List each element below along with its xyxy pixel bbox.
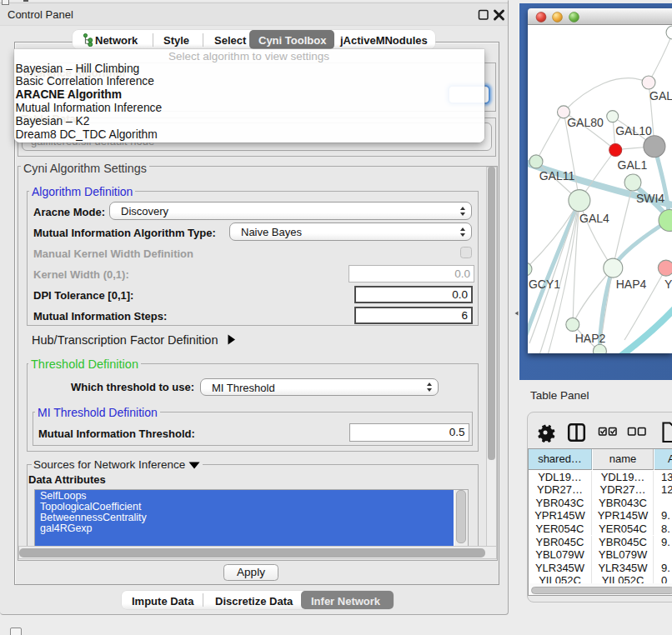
svg-text:GAL80: GAL80 <box>567 116 604 129</box>
svg-text:SWI4: SWI4 <box>636 192 664 205</box>
svg-text:HAP4: HAP4 <box>616 278 647 291</box>
svg-text:GCY1: GCY1 <box>529 278 560 291</box>
svg-text:GAL11: GAL11 <box>539 169 575 182</box>
svg-text:HAP2: HAP2 <box>575 332 606 345</box>
svg-text:GAL4: GAL4 <box>579 212 609 225</box>
svg-text:GAL7: GAL7 <box>649 89 672 102</box>
svg-text:GAL10: GAL10 <box>615 124 652 138</box>
svg-text:GAL1: GAL1 <box>618 158 648 172</box>
svg-text:YJ: YJ <box>664 278 672 291</box>
